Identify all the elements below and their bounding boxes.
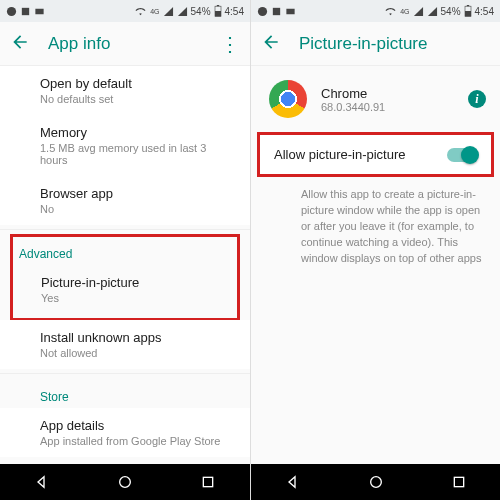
nav-recent-icon[interactable] [200,474,216,490]
pip-content: Chrome 68.0.3440.91 i Allow picture-in-p… [251,66,500,464]
wifi-icon [384,6,397,17]
svg-point-14 [370,477,381,488]
row-allow-pip[interactable]: Allow picture-in-picture [257,132,494,177]
nav-recent-icon[interactable] [451,474,467,490]
row-install-unknown[interactable]: Install unknown apps Not allowed [0,320,250,369]
svg-rect-2 [35,8,43,14]
svg-rect-1 [22,7,29,14]
nav-home-icon[interactable] [117,474,133,490]
signal-icon [427,6,438,17]
row-open-by-default[interactable]: Open by default No defaults set [0,66,250,115]
page-title: Picture-in-picture [299,34,490,54]
highlight-pip: Advanced Picture-in-picture Yes [10,234,240,321]
app-bar: Picture-in-picture [251,22,500,66]
divider [0,229,250,230]
info-icon[interactable]: i [468,90,486,108]
version-label: version 68.0.3440.91 [0,457,250,464]
clock: 4:54 [225,6,244,17]
svg-point-0 [7,6,16,15]
settings-list: Open by default No defaults set Memory 1… [0,66,250,464]
signal-icon [163,6,174,17]
notification-icon [285,6,296,17]
signal-icon [177,6,188,17]
notification-icon [20,6,31,17]
section-store: Store [0,378,250,408]
notification-icon [271,6,282,17]
app-bar: App info ⋮ [0,22,250,66]
toggle-label: Allow picture-in-picture [274,147,447,162]
svg-point-8 [258,6,267,15]
battery-pct: 54% [441,6,461,17]
notification-icon [257,6,268,17]
back-icon[interactable] [10,32,30,56]
nav-home-icon[interactable] [368,474,384,490]
nav-back-icon[interactable] [285,474,301,490]
toggle-switch[interactable] [447,148,477,162]
svg-rect-12 [465,11,471,16]
svg-point-6 [120,477,131,488]
svg-rect-4 [215,11,221,16]
row-browser-app[interactable]: Browser app No [0,176,250,225]
lte-label: 4G [400,8,409,15]
battery-pct: 54% [191,6,211,17]
status-bar: 4G 54% 4:54 [251,0,500,22]
page-title: App info [48,34,202,54]
app-version: 68.0.3440.91 [321,101,385,113]
back-icon[interactable] [261,32,281,56]
svg-rect-13 [466,5,468,6]
app-name: Chrome [321,86,385,101]
phone-right: 4G 54% 4:54 Picture-in-picture Chrome 68… [250,0,500,500]
svg-rect-10 [286,8,294,14]
signal-icon [413,6,424,17]
notification-icon [6,6,17,17]
svg-rect-9 [273,7,280,14]
battery-icon [464,5,472,17]
lte-label: 4G [150,8,159,15]
svg-rect-7 [204,477,213,486]
svg-rect-5 [216,5,218,6]
section-advanced: Advanced [13,237,237,265]
battery-icon [214,5,222,17]
divider [0,373,250,374]
status-bar: 4G 54% 4:54 [0,0,250,22]
phone-left: 4G 54% 4:54 App info ⋮ Open by default N… [0,0,250,500]
nav-back-icon[interactable] [34,474,50,490]
row-memory[interactable]: Memory 1.5 MB avg memory used in last 3 … [0,115,250,176]
overflow-menu-icon[interactable]: ⋮ [220,40,240,48]
app-header: Chrome 68.0.3440.91 i [251,66,500,132]
pip-description: Allow this app to create a picture-in-pi… [251,177,500,277]
clock: 4:54 [475,6,494,17]
notification-icon [34,6,45,17]
wifi-icon [134,6,147,17]
row-picture-in-picture[interactable]: Picture-in-picture Yes [13,265,237,314]
row-app-details[interactable]: App details App installed from Google Pl… [0,408,250,457]
svg-rect-15 [454,477,463,486]
nav-bar [0,464,250,500]
nav-bar [251,464,500,500]
chrome-icon [269,80,307,118]
